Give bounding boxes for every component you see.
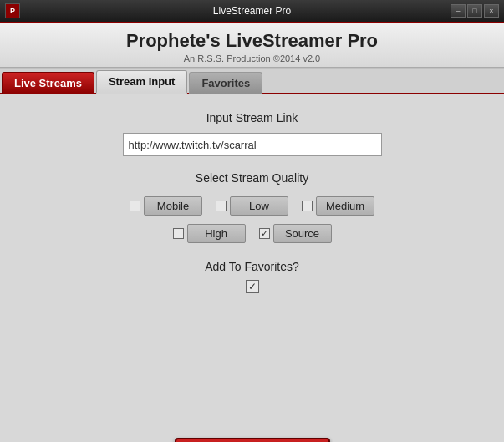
quality-high: High: [173, 224, 246, 243]
medium-button[interactable]: Medium: [316, 196, 374, 216]
app-title: Prophete's LiveStreamer Pro: [0, 30, 504, 52]
start-stream-button[interactable]: Start Stream: [175, 438, 330, 442]
input-stream-label: Input Stream Link: [206, 111, 298, 124]
mobile-button[interactable]: Mobile: [144, 196, 202, 216]
quality-row-2: High Source: [173, 224, 332, 243]
source-button[interactable]: Source: [273, 224, 332, 243]
quality-row-1: Mobile Low Medium: [130, 196, 374, 216]
maximize-button[interactable]: □: [467, 4, 482, 18]
favorites-checkbox[interactable]: [246, 280, 259, 293]
tab-stream-input[interactable]: Stream Input: [96, 70, 187, 94]
minimize-button[interactable]: –: [451, 4, 466, 18]
favorites-section: Add To Favorites?: [205, 260, 299, 293]
high-checkbox[interactable]: [173, 228, 184, 239]
app-header: Prophete's LiveStreamer Pro An R.S.S. Pr…: [0, 23, 504, 68]
medium-checkbox[interactable]: [302, 201, 313, 211]
quality-mobile: Mobile: [130, 196, 202, 216]
start-btn-container: Start Stream: [0, 429, 504, 442]
tabs-bar: Live Streams Stream Input Favorites: [0, 69, 504, 94]
high-button[interactable]: High: [187, 224, 246, 243]
main-content: Input Stream Link Select Stream Quality …: [0, 94, 504, 429]
quality-medium: Medium: [302, 196, 374, 216]
title-bar-left: P: [5, 3, 20, 18]
tab-favorites[interactable]: Favorites: [189, 72, 262, 94]
title-bar-controls: – □ ×: [451, 4, 499, 18]
app-icon: P: [5, 3, 20, 18]
source-checkbox[interactable]: [259, 228, 270, 239]
quality-source: Source: [259, 224, 332, 243]
quality-grid: Mobile Low Medium High Source: [130, 196, 374, 243]
mobile-checkbox[interactable]: [130, 201, 140, 211]
tab-live-streams[interactable]: Live Streams: [2, 72, 94, 94]
low-button[interactable]: Low: [230, 196, 288, 216]
title-bar-title: LiveStreamer Pro: [213, 5, 291, 17]
low-checkbox[interactable]: [216, 201, 227, 211]
quality-low: Low: [216, 196, 288, 216]
app-subtitle: An R.S.S. Production ©2014 v2.0: [0, 53, 504, 64]
favorites-label: Add To Favorites?: [205, 260, 299, 273]
close-button[interactable]: ×: [484, 4, 499, 18]
quality-label: Select Stream Quality: [196, 171, 308, 185]
stream-url-input[interactable]: [123, 133, 382, 156]
title-bar: P LiveStreamer Pro – □ ×: [0, 0, 504, 23]
